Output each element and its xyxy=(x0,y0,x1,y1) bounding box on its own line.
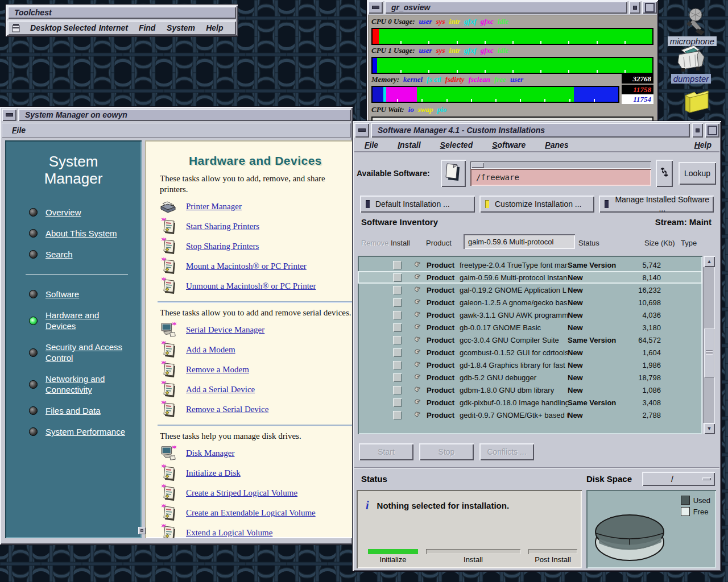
table-row[interactable]: Productgdb-5.2 GNU debuggerNew18,798 xyxy=(358,371,702,384)
refresh-swap-button[interactable] xyxy=(656,160,673,187)
table-row[interactable]: Productgaim-0.59.6 Multi-protocol Instan… xyxy=(358,271,702,284)
row-checkbox[interactable] xyxy=(393,261,402,269)
row-checkbox[interactable] xyxy=(393,286,402,294)
open-folder-button[interactable] xyxy=(441,160,466,187)
path-scrollbar[interactable] xyxy=(470,161,651,169)
sw-menu-install[interactable]: Install xyxy=(398,140,420,149)
task-link-printer-manager[interactable]: Printer Manager xyxy=(186,202,242,211)
sidebar-link[interactable]: About This System xyxy=(46,228,117,239)
gr-minimize-button[interactable] xyxy=(368,1,383,14)
sidebar-item-system-performance[interactable]: System Performance xyxy=(5,421,142,442)
row-checkbox[interactable] xyxy=(393,361,402,369)
action-start[interactable]: Start xyxy=(359,443,413,460)
gr-titlebar[interactable]: gr_osview xyxy=(384,1,627,14)
lookup-button[interactable]: Lookup xyxy=(679,162,716,185)
disk-selector-dropdown[interactable]: / xyxy=(642,472,715,486)
task-link-serial-device-manager[interactable]: Serial Device Manager xyxy=(186,325,264,335)
row-checkbox[interactable] xyxy=(393,323,402,332)
action-conflicts[interactable]: Conflicts ... xyxy=(479,443,534,460)
task-link-extend-a-logical-volume[interactable]: Extend a Logical Volume xyxy=(186,528,272,538)
available-software-path-input[interactable] xyxy=(470,169,651,186)
task-link-initialize-a-disk[interactable]: Initialize a Disk xyxy=(186,468,241,478)
sw-menu-help[interactable]: Help xyxy=(694,140,712,149)
task-link-create-a-striped-logical-volume[interactable]: Create a Striped Logical Volume xyxy=(186,488,297,498)
mode-button-customize-installation[interactable]: Customize Installation ... xyxy=(479,196,594,213)
row-checkbox[interactable] xyxy=(393,386,402,394)
sidebar-link[interactable]: Software xyxy=(46,289,79,300)
task-link-stop-sharing-printers[interactable]: Stop Sharing Printers xyxy=(186,242,259,251)
sidebar-item-about-this-system[interactable]: About This System xyxy=(5,223,142,244)
toolchest-menu-internet[interactable]: Internet xyxy=(97,23,130,32)
scroll-down-button[interactable]: ▼ xyxy=(704,423,715,434)
table-row[interactable]: Productgcombust-0.1.52 GUI for cdrtools/… xyxy=(358,346,702,359)
product-filter-input[interactable] xyxy=(464,234,575,249)
action-stop[interactable]: Stop xyxy=(419,443,474,460)
sidebar-link[interactable]: Overview xyxy=(46,207,81,218)
desktop-icon-microphone[interactable]: microphone xyxy=(661,7,723,46)
sw-menu-selected[interactable]: Selected xyxy=(440,140,473,149)
sidebar-link[interactable]: Files and Data xyxy=(46,405,101,416)
row-checkbox[interactable] xyxy=(393,336,402,344)
gr-maximize-button[interactable] xyxy=(642,1,657,14)
sw-maximize-button[interactable] xyxy=(705,123,719,138)
table-row[interactable]: Productgawk-3.1.1 GNU AWK programmiNew4,… xyxy=(358,309,702,321)
scrollbar-thumb[interactable] xyxy=(704,329,714,377)
toolchest-menu-help[interactable]: Help xyxy=(198,23,231,32)
mode-button-manage-installed-software[interactable]: Manage Installed Software ... xyxy=(599,196,714,213)
sm-menu-file[interactable]: File xyxy=(12,126,26,135)
desktop-icon-dumpster[interactable]: dumpster xyxy=(660,42,722,84)
sm-titlebar[interactable]: System Manager on eowyn xyxy=(18,109,351,121)
task-link-mount-a-macintosh-or-pc-printer[interactable]: Mount a Macintosh® or PC Printer xyxy=(186,261,307,271)
table-row[interactable]: Productgcc-3.0.4 GNU Compiler SuiteSame … xyxy=(358,334,702,346)
toolchest-menu-find[interactable]: Find xyxy=(130,23,164,32)
table-row[interactable]: Productgb-0.0.17 GNOME BasicNew3,180 xyxy=(358,321,702,334)
path-scrollbar-thumb[interactable] xyxy=(471,163,484,168)
task-link-start-sharing-printers[interactable]: Start Sharing Printers xyxy=(186,222,259,231)
task-link-add-a-modem[interactable]: Add a Modem xyxy=(186,345,235,355)
sw-menu-button[interactable] xyxy=(692,123,703,138)
sw-titlebar[interactable]: Software Manager 4.1 - Custom Installati… xyxy=(371,123,690,138)
sidebar-item-hardware-and-devices[interactable]: Hardware and Devices xyxy=(5,305,142,336)
table-row[interactable]: Productgdbm-1.8.0 GNU dbm libraryNew1,08… xyxy=(358,384,702,396)
task-link-remove-a-serial-device[interactable]: Remove a Serial Device xyxy=(186,405,268,414)
scrollbar-track[interactable] xyxy=(704,267,715,423)
sidebar-item-files-and-data[interactable]: Files and Data xyxy=(5,400,142,421)
row-checkbox[interactable] xyxy=(393,373,402,382)
inventory-scrollbar[interactable]: ▲ ▼ xyxy=(704,256,715,434)
table-row[interactable]: Productgaleon-1.2.5 A gnome/gecko basNew… xyxy=(358,296,702,309)
task-link-create-an-extendable-logical-volume[interactable]: Create an Extendable Logical Volume xyxy=(186,508,316,518)
mode-button-default-installation[interactable]: Default Installation ... xyxy=(360,196,475,213)
task-link-remove-a-modem[interactable]: Remove a Modem xyxy=(186,365,249,375)
sidebar-link[interactable]: Security and Access Control xyxy=(46,342,131,363)
sidebar-item-security-and-access-control[interactable]: Security and Access Control xyxy=(5,336,142,368)
sm-minimize-button[interactable] xyxy=(2,109,16,121)
task-link-unmount-a-macintosh-or-pc-printer[interactable]: Unmount a Macintosh® or PC Printer xyxy=(186,281,316,291)
row-checkbox[interactable] xyxy=(393,411,402,419)
desktop-icon-folder[interactable] xyxy=(664,85,727,118)
sidebar-item-overview[interactable]: Overview xyxy=(5,202,142,223)
sidebar-link[interactable]: System Performance xyxy=(46,426,125,437)
task-link-disk-manager[interactable]: Disk Manager xyxy=(186,448,234,458)
row-checkbox[interactable] xyxy=(393,273,402,282)
sidebar-link[interactable]: Hardware and Devices xyxy=(46,310,131,331)
sw-menu-panes[interactable]: Panes xyxy=(545,140,568,149)
row-checkbox[interactable] xyxy=(393,348,402,357)
table-row[interactable]: Productgedit-0.9.7 GNOME/Gtk+ based tNew… xyxy=(358,409,702,421)
toolchest-menu-system[interactable]: System xyxy=(164,23,197,32)
toolchest-menu-desktop[interactable]: Desktop xyxy=(29,23,63,32)
sw-minimize-button[interactable] xyxy=(354,123,369,138)
row-checkbox[interactable] xyxy=(393,398,402,407)
sw-menu-software[interactable]: Software xyxy=(492,140,526,149)
sidebar-item-search[interactable]: Search xyxy=(5,244,142,265)
scroll-up-button[interactable]: ▲ xyxy=(704,256,715,267)
table-row[interactable]: Productgdk-pixbuf-0.18.0 Image handlingS… xyxy=(358,396,702,409)
sidebar-item-software[interactable]: Software xyxy=(5,284,142,305)
sidebar-item-networking-and-connectivity[interactable]: Networking and Connectivity xyxy=(5,368,142,400)
sidebar-link[interactable]: Search xyxy=(46,249,73,260)
toolchest-menu-selected[interactable]: Selected xyxy=(63,23,96,32)
table-row[interactable]: Productgal-0.19.2 GNOME Application LNew… xyxy=(358,284,702,296)
table-row[interactable]: Productgd-1.8.4 Graphics library for fas… xyxy=(358,359,702,371)
sidebar-link[interactable]: Networking and Connectivity xyxy=(46,373,131,395)
row-checkbox[interactable] xyxy=(393,311,402,319)
row-checkbox[interactable] xyxy=(393,298,402,307)
